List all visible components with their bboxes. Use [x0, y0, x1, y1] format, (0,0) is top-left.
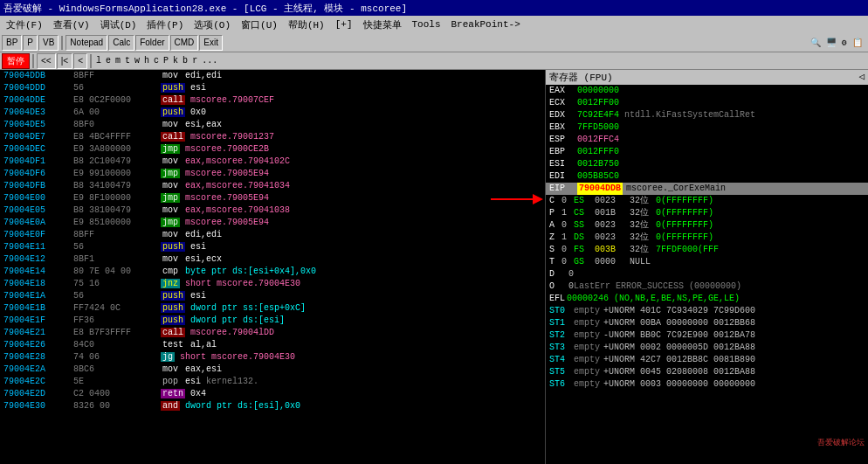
asm-instruction: call mscoree.79004lDD — [157, 327, 545, 339]
table-row[interactable]: 79004DDD56push esi — [0, 82, 545, 94]
nav-label-k: k — [171, 56, 180, 66]
menu-options[interactable]: 选项(O) — [189, 17, 235, 32]
asm-instruction: push 0x0 — [157, 107, 545, 119]
table-row[interactable]: 79004E1480 7E 04 00cmp byte ptr ds:[esi+… — [0, 266, 545, 278]
seg-val1: 0023 — [595, 219, 630, 232]
table-row[interactable]: 79004E2DC2 0400retn 0x4 — [0, 388, 545, 400]
asm-bytes: 56 — [70, 290, 157, 302]
asm-bytes: 6A 00 — [70, 107, 157, 119]
btn-exit[interactable]: Exit — [199, 35, 223, 51]
btn-vb[interactable]: VB — [38, 35, 59, 51]
disassembly-table: 79004DDB8BFFmov edi,edi79004DDD56push es… — [0, 70, 545, 412]
fpu-row: ST0empty+UNORM 401C 7C934029 7C99D600 — [546, 305, 868, 317]
asm-instruction: call mscoree.79001237 — [157, 131, 545, 143]
menu-shortcuts[interactable]: 快捷菜单 — [359, 17, 406, 32]
table-row[interactable]: 79004E2874 06jg short mscoree.79004E30 — [0, 351, 545, 364]
table-row[interactable]: 79004DE58BF0mov esi,eax — [0, 119, 545, 131]
menu-plugins[interactable]: 插件(P) — [142, 17, 188, 32]
btn-cmd[interactable]: CMD — [170, 35, 199, 51]
table-row[interactable]: 79004E0AE9 85100000jmp mscoree.79005E94 — [0, 217, 545, 229]
btn-bp[interactable]: BP — [2, 35, 22, 51]
flag-o-row: O 0 LastErr ERROR_SUCCESS (00000000) — [546, 280, 868, 293]
asm-instruction: push dword ptr ds:[esi] — [157, 315, 545, 327]
menu-plus[interactable]: [+] — [331, 18, 357, 31]
asm-address: 79004DE5 — [0, 119, 70, 131]
table-row[interactable]: 79004E0F8BFFmov edi,edi — [0, 229, 545, 241]
menu-debug[interactable]: 调试(D) — [96, 17, 141, 32]
btn-folder[interactable]: Folder — [135, 35, 169, 51]
btn-p[interactable]: P — [23, 35, 38, 51]
btn-notepad[interactable]: Notepad — [65, 35, 107, 51]
table-row[interactable]: 79004DDB8BFFmov edi,edi — [0, 70, 545, 82]
table-row[interactable]: 79004E1A56push esi — [0, 290, 545, 302]
btn-nav-prev[interactable]: < — [73, 53, 87, 69]
table-row[interactable]: 79004DF1B8 2C100479mov eax,mscoree.79041… — [0, 156, 545, 168]
asm-bytes: B8 2C100479 — [70, 156, 157, 168]
fpu-state: empty — [574, 317, 600, 329]
fpu-name: ST0 — [549, 305, 574, 317]
table-row[interactable]: 79004E308326 00and dword ptr ds:[esi],0x… — [0, 400, 545, 412]
seg-val2: 0(FFFFFFFF) — [656, 219, 713, 232]
disassembly-panel[interactable]: 79004DDB8BFFmov edi,edi79004DDD56push es… — [0, 70, 546, 464]
asm-instruction: mov edi,edi — [157, 70, 545, 82]
reg-name: EBP — [549, 146, 577, 158]
reg-name: EAX — [549, 85, 577, 97]
table-row[interactable]: 79004E2684C0test al,al — [0, 339, 545, 351]
table-row[interactable]: 79004E128BF1mov esi,ecx — [0, 253, 545, 266]
table-row[interactable]: 79004E1BFF7424 0Cpush dword ptr ss:[esp+… — [0, 302, 545, 315]
menu-view[interactable]: 查看(V) — [49, 17, 94, 32]
table-row[interactable]: 79004DE36A 00push 0x0 — [0, 107, 545, 119]
asm-instruction: push esi — [157, 290, 545, 302]
asm-bytes: 75 16 — [70, 278, 157, 290]
seg-val1: 0000 — [595, 256, 630, 268]
table-row[interactable]: 79004E05B8 38100479mov eax,mscoree.79041… — [0, 204, 545, 217]
menu-file[interactable]: 文件(F) — [2, 17, 47, 32]
registers-collapse[interactable]: ◁ — [858, 71, 865, 84]
register-row: ESI0012B750 — [546, 158, 868, 170]
table-row[interactable]: 79004DF6E9 99100000jmp mscoree.79005E94 — [0, 168, 545, 180]
fpu-row: ST3empty+UNORM 0002 0000005D 0012BA88 — [546, 342, 868, 354]
btn-nav-back1[interactable]: |< — [57, 53, 72, 69]
nav-label-l: l — [94, 56, 103, 66]
reg-value: 005B85C0 — [577, 170, 619, 183]
fpu-name: ST6 — [549, 378, 574, 391]
fpu-row: ST4empty+UNORM 42C7 0012BB8C 0081B890 — [546, 354, 868, 366]
table-row[interactable]: 79004E1156push esi — [0, 241, 545, 253]
table-row[interactable]: 79004E2A8BC6mov eax,esi — [0, 364, 545, 376]
seg-val2: 0(FFFFFFFF) — [656, 195, 713, 207]
menu-help[interactable]: 帮助(H) — [284, 17, 329, 32]
nav-label-c: c — [152, 56, 161, 66]
fpu-val: +UNORM 0045 02080008 0012BA88 — [603, 366, 755, 378]
table-row[interactable]: 79004DFBB8 34100479mov eax,mscoree.79041… — [0, 180, 545, 192]
menu-bar: 文件(F) 查看(V) 调试(D) 插件(P) 选项(O) 窗口(U) 帮助(H… — [0, 16, 868, 33]
asm-address: 79004DF6 — [0, 168, 70, 180]
table-row[interactable]: 79004E21E8 B7F3FFFFcall mscoree.79004lDD — [0, 327, 545, 339]
asm-address: 79004DFB — [0, 180, 70, 192]
registers-title: 寄存器 (FPU) — [549, 71, 613, 84]
seg-val2: 0(FFFFFFFF) — [656, 232, 713, 244]
nav-label-e: e — [104, 56, 113, 66]
asm-bytes: B8 38100479 — [70, 204, 157, 217]
asm-instruction: and dword ptr ds:[esi],0x0 — [157, 400, 545, 412]
segment-row: Z1DS002332位0(FFFFFFFF) — [546, 232, 868, 244]
btn-nav-back2[interactable]: << — [37, 53, 56, 69]
table-row[interactable]: 79004DDEE8 0C2F0000call mscoree.79007CEF — [0, 94, 545, 107]
nav-label-dots: ... — [200, 56, 219, 66]
seg-num: 1 — [561, 207, 574, 219]
btn-calc[interactable]: Calc — [108, 35, 134, 51]
table-row[interactable]: 79004E1875 16jnz short mscoree.79004E30 — [0, 278, 545, 290]
title-bar: 吾爱破解 - WindowsFormsApplication28.exe - [… — [0, 0, 868, 16]
fpu-state: empty — [574, 329, 600, 342]
table-row[interactable]: 79004E00E9 8F100000jmp mscoree.79005E94 — [0, 192, 545, 204]
table-row[interactable]: 79004E1FFF36push dword ptr ds:[esi] — [0, 315, 545, 327]
table-row[interactable]: 79004E2C5Epop esi kernel132. — [0, 376, 545, 388]
table-row[interactable]: 79004DECE9 3A800000jmp mscoree.7900CE2B — [0, 143, 545, 156]
menu-breakpoint[interactable]: BreakPoint-> — [447, 18, 525, 31]
menu-tools[interactable]: Tools — [408, 18, 445, 31]
seg-flag: S — [549, 244, 561, 256]
register-row: EDX7C92E4F4 ntdll.KiFastSystemCallRet — [546, 109, 868, 121]
paused-button[interactable]: 暂停 — [2, 53, 30, 69]
register-row: EBX7FFD5000 — [546, 121, 868, 134]
table-row[interactable]: 79004DE7E8 4BC4FFFFcall mscoree.79001237 — [0, 131, 545, 143]
menu-window[interactable]: 窗口(U) — [237, 17, 282, 32]
